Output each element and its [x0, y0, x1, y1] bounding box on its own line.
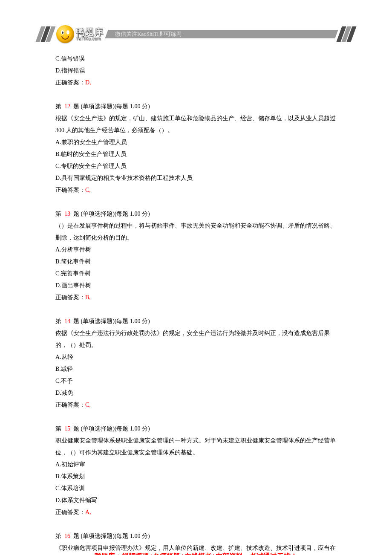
- document-content: C.信号错误 D.指挥错误 正确答案：D, 第 12 题 (单项选择题)(每题 …: [55, 53, 337, 555]
- question-13: 第 13 题 (单项选择题)(每题 1.00 分) （）是在发展事件树的过程中，…: [55, 208, 337, 304]
- option-b: B.临时的安全生产管理人员: [55, 148, 337, 160]
- header-banner: 微信关注KaoShiTi 即可练习: [105, 30, 338, 38]
- answer-label: 正确答案：: [55, 79, 85, 86]
- option-c: C.专职的安全生产管理人员: [55, 160, 337, 172]
- option-d: D.画出事件树: [55, 280, 337, 292]
- answer-label: 正确答案：: [55, 294, 85, 301]
- question-stem: 根据《安全生产法》的规定，矿山、建筑施工单位和危险物品的生产、经营、储存单位，以…: [55, 113, 337, 136]
- option-c: C.完善事件树: [55, 268, 337, 280]
- option-d: D.具有国家规定的相关专业技术资格的工程技术人员: [55, 172, 337, 184]
- question-14: 第 14 题 (单项选择题)(每题 1.00 分) 依据《安全生产违法行为行政处…: [55, 315, 337, 411]
- answer-value: C,: [85, 402, 91, 408]
- option-d: D.指挥错误: [55, 65, 337, 77]
- question-15: 第 15 题 (单项选择题)(每题 1.00 分) 职业健康安全管理体系是职业健…: [55, 423, 337, 518]
- answer-value: C,: [85, 187, 91, 193]
- question-number: 14: [64, 318, 70, 324]
- option-c: C.不予: [55, 375, 337, 387]
- question-tail: C.信号错误 D.指挥错误 正确答案：D,: [55, 53, 337, 89]
- option-b: B.简化事件树: [55, 256, 337, 268]
- question-header: 第 15 题 (单项选择题)(每题 1.00 分): [55, 423, 337, 435]
- logo-cn: 鸭题库: [76, 28, 104, 36]
- logo-text: 鸭题库 YaTiKu.com: [76, 28, 104, 41]
- answer-value: A,: [85, 509, 91, 515]
- question-header: 第 16 题 (单项选择题)(每题 1.00 分): [55, 530, 337, 542]
- header-stripes-left: [38, 26, 53, 42]
- question-stem: （）是在发展事件树的过程中，将与初始事件、事故无关的安全功能和安全功能不协调、矛…: [55, 220, 337, 244]
- answer-label: 正确答案：: [55, 402, 85, 408]
- question-stem: 职业健康安全管理体系是职业健康安全管理的一种方式。对于尚未建立职业健康安全管理体…: [55, 435, 337, 459]
- option-a: A.初始评审: [55, 459, 337, 471]
- answer-line: 正确答案：A,: [55, 506, 337, 518]
- option-a: A.从轻: [55, 351, 337, 363]
- question-header: 第 12 题 (单项选择题)(每题 1.00 分): [55, 101, 337, 113]
- answer-line: 正确答案：C,: [55, 399, 337, 411]
- question-12: 第 12 题 (单项选择题)(每题 1.00 分) 根据《安全生产法》的规定，矿…: [55, 101, 337, 196]
- header-banner-text: 微信关注KaoShiTi 即可练习: [115, 30, 182, 38]
- footer-text: 鸭题库：视频授课+名师答疑+在线模考+内部资料，考试通过无忧！: [95, 552, 297, 555]
- answer-label: 正确答案：: [55, 509, 85, 515]
- answer-line: 正确答案：C,: [55, 184, 337, 196]
- answer-line: 正确答案：D,: [55, 77, 337, 89]
- question-number: 16: [64, 533, 70, 539]
- question-number: 15: [64, 425, 70, 432]
- option-c: C.体系培训: [55, 483, 337, 494]
- question-number: 12: [64, 103, 70, 110]
- logo: 鸭题库 YaTiKu.com: [56, 25, 104, 43]
- logo-en: YaTiKu.com: [76, 36, 104, 41]
- question-header: 第 14 题 (单项选择题)(每题 1.00 分): [55, 315, 337, 327]
- answer-value: D,: [85, 79, 91, 86]
- question-header: 第 13 题 (单项选择题)(每题 1.00 分): [55, 208, 337, 220]
- header-stripes-right: [339, 26, 354, 42]
- answer-label: 正确答案：: [55, 187, 85, 193]
- option-b: B.体系策划: [55, 471, 337, 483]
- option-d: D.体系文件编写: [55, 494, 337, 506]
- option-a: A.兼职的安全生产管理人员: [55, 136, 337, 148]
- question-stem: 依据《安全生产违法行为行政处罚办法》的规定，安全生产违法行为轻微并及时纠正，没有…: [55, 327, 337, 351]
- question-16: 第 16 题 (单项选择题)(每题 1.00 分) 《职业病危害项目申报管理办法…: [55, 530, 337, 555]
- page-footer: 鸭题库：视频授课+名师答疑+在线模考+内部资料，考试通过无忧！: [0, 552, 392, 555]
- option-a: A.分析事件树: [55, 244, 337, 256]
- option-b: B.减轻: [55, 363, 337, 375]
- question-number: 13: [64, 211, 70, 217]
- answer-value: B,: [85, 294, 91, 301]
- option-d: D.减免: [55, 387, 337, 399]
- option-c: C.信号错误: [55, 53, 337, 65]
- answer-line: 正确答案：B,: [55, 292, 337, 304]
- duck-face-icon: [56, 25, 74, 43]
- page-header: 鸭题库 YaTiKu.com 微信关注KaoShiTi 即可练习: [38, 24, 354, 44]
